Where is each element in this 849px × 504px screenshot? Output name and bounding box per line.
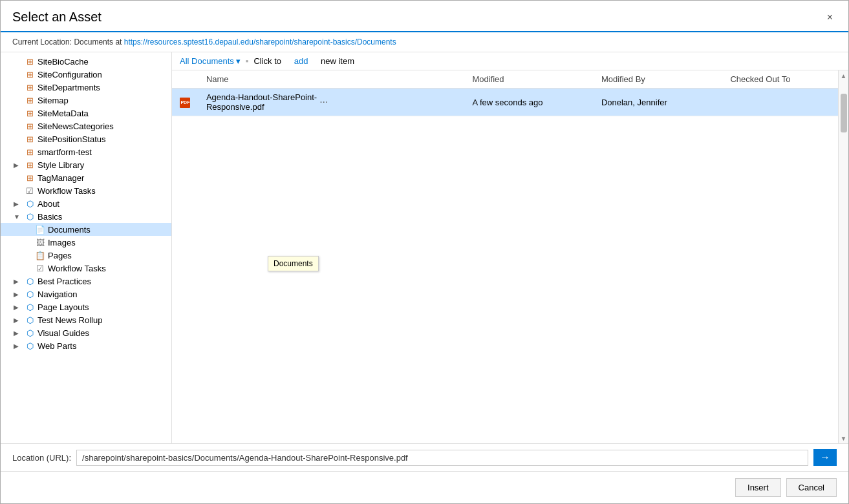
tree-label: SiteConfiguration [38, 70, 102, 79]
toolbar-separator: ▪ [246, 56, 249, 66]
tree-label: Visual Guides [38, 328, 89, 338]
tree-item-siteConfiguration[interactable]: ⊞ SiteConfiguration [1, 68, 171, 81]
tree-label: TagManager [38, 173, 84, 183]
sp-icon: ⬡ [24, 276, 36, 286]
tree-item-siteNewsCategories[interactable]: ⊞ SiteNewsCategories [1, 120, 171, 132]
all-docs-dropdown[interactable]: All Documents ▾ [180, 56, 241, 66]
tree-item-testNewsRollup[interactable]: ▶ ⬡ Test News Rollup [1, 313, 171, 326]
checked-out-cell [725, 89, 838, 116]
tree-label: Workflow Tasks [48, 264, 106, 273]
documents-table: Name Modified Modified By Checked Out To… [172, 70, 838, 116]
table-row[interactable]: PDF Agenda-Handout-SharePoint-Responsive… [172, 89, 838, 116]
table-icon: ⊞ [24, 82, 36, 92]
scrollbar-thumb[interactable] [841, 94, 847, 132]
tree-label: Navigation [38, 289, 77, 299]
tree-label: Images [48, 238, 76, 247]
name-col-header[interactable]: Name [201, 70, 467, 89]
tree-item-documents[interactable]: 📄 Documents [1, 223, 171, 236]
workflow-icon: ☑ [24, 185, 36, 196]
scrollbar[interactable]: ▲ ▼ [838, 70, 848, 443]
folder-icon: ⊞ [24, 160, 36, 170]
tree-label: SiteNewsCategories [38, 121, 114, 131]
close-button[interactable]: × [823, 10, 837, 25]
location-url[interactable]: https://resources.sptest16.depaul.edu/sh… [124, 37, 396, 47]
tree-item-pages[interactable]: 📋 Pages [1, 249, 171, 262]
tree-label: SitePositionStatus [38, 134, 106, 144]
tree-item-smartform[interactable]: ⊞ smartform-test [1, 145, 171, 158]
tree-label: Page Layouts [38, 302, 89, 312]
pages-icon: 📋 [34, 250, 46, 260]
bottom-location-bar: Location (URL): → [1, 443, 848, 471]
sp-icon: ⬡ [24, 198, 36, 209]
all-docs-label: All Documents [180, 56, 234, 66]
location-prefix: Current Location: Documents at [12, 37, 124, 47]
expand-icon: ▶ [14, 304, 24, 311]
tree-item-images[interactable]: 🖼 Images [1, 236, 171, 249]
tree-item-navigation[interactable]: ▶ ⬡ Navigation [1, 288, 171, 300]
tree-item-sitePositionStatus[interactable]: ⊞ SitePositionStatus [1, 132, 171, 145]
tree-item-sitemap[interactable]: ⊞ Sitemap [1, 94, 171, 107]
scroll-up-button[interactable]: ▲ [839, 70, 849, 81]
tree-label: Best Practices [38, 277, 91, 286]
table-icon: ⊞ [24, 108, 36, 118]
location-bar: Current Location: Documents at https://r… [1, 32, 848, 52]
tree-item-visualGuides[interactable]: ▶ ⬡ Visual Guides [1, 326, 171, 339]
tree-label: About [38, 199, 59, 209]
tree-label: Style Library [38, 160, 84, 170]
sp-icon: ⬡ [24, 328, 36, 338]
add-link[interactable]: add [294, 56, 308, 66]
tree-label: SiteDepartments [38, 83, 100, 92]
file-name-cell: Agenda-Handout-SharePoint-Responsive.pdf… [201, 89, 467, 116]
tree-label: Web Parts [38, 341, 76, 351]
tree-item-pageLayouts[interactable]: ▶ ⬡ Page Layouts [1, 300, 171, 313]
table-icon: ⊞ [24, 134, 36, 144]
file-area: Name Modified Modified By Checked Out To… [172, 70, 848, 443]
tree-label: Sitemap [38, 96, 69, 105]
row-icon-cell: PDF [172, 89, 201, 116]
tree-item-tagManager[interactable]: ⊞ TagManager [1, 171, 171, 184]
tree-label: Pages [48, 251, 72, 260]
table-icon: ⊞ [24, 147, 36, 157]
tree-label: Workflow Tasks [38, 186, 96, 196]
file-name-wrapper: Agenda-Handout-SharePoint-Responsive.pdf… [206, 92, 462, 112]
tree-item-siteBioCache[interactable]: ⊞ SiteBioCache [1, 55, 171, 68]
tree-item-siteDepartments[interactable]: ⊞ SiteDepartments [1, 81, 171, 94]
expand-icon: ▶ [14, 278, 24, 285]
click-text: Click to [253, 56, 281, 66]
tree-item-bestPractices[interactable]: ▶ ⬡ Best Practices [1, 275, 171, 288]
sp-icon: ⬡ [24, 211, 36, 222]
location-url-input[interactable] [76, 450, 808, 466]
tree-item-styleLibrary[interactable]: ▶ ⊞ Style Library [1, 158, 171, 171]
insert-button[interactable]: Insert [735, 478, 781, 497]
expand-icon: ▶ [14, 342, 24, 350]
pdf-icon: PDF [180, 98, 190, 108]
docs-icon: 📄 [34, 224, 46, 235]
tree-item-basics[interactable]: ▼ ⬡ Basics [1, 210, 171, 223]
content-panel: All Documents ▾ ▪ Click to add new item … [172, 52, 848, 443]
checked-out-col-header[interactable]: Checked Out To [725, 70, 838, 89]
tree-label: SiteBioCache [38, 57, 89, 67]
select-asset-dialog: Select an Asset × Current Location: Docu… [0, 0, 849, 504]
action-bar: Insert Cancel [1, 471, 848, 503]
cancel-button[interactable]: Cancel [786, 478, 837, 497]
expand-icon: ▶ [14, 330, 24, 337]
sp-icon: ⬡ [24, 341, 36, 351]
ellipsis-button[interactable]: ··· [317, 95, 330, 109]
modified-by-col-header[interactable]: Modified By [596, 70, 725, 89]
tree-item-siteMetaData[interactable]: ⊞ SiteMetaData [1, 107, 171, 120]
chevron-down-icon: ▾ [236, 56, 241, 66]
tree-item-about[interactable]: ▶ ⬡ About [1, 197, 171, 210]
toolbar: All Documents ▾ ▪ Click to add new item [172, 52, 848, 70]
file-name: Agenda-Handout-SharePoint-Responsive.pdf [206, 92, 317, 112]
tree-item-workflowTasksBasics[interactable]: ☑ Workflow Tasks [1, 262, 171, 275]
table-icon: ⊞ [24, 173, 36, 183]
go-button[interactable]: → [813, 449, 837, 466]
dialog-header: Select an Asset × [1, 1, 848, 32]
scroll-down-button[interactable]: ▼ [839, 433, 849, 443]
sp-icon: ⬡ [24, 315, 36, 325]
tree-item-webParts[interactable]: ▶ ⬡ Web Parts [1, 339, 171, 352]
modified-col-header[interactable]: Modified [467, 70, 596, 89]
expand-icon: ▶ [14, 200, 24, 207]
tree-item-workflowTasks[interactable]: ☑ Workflow Tasks [1, 184, 171, 197]
table-icon: ⊞ [24, 121, 36, 131]
